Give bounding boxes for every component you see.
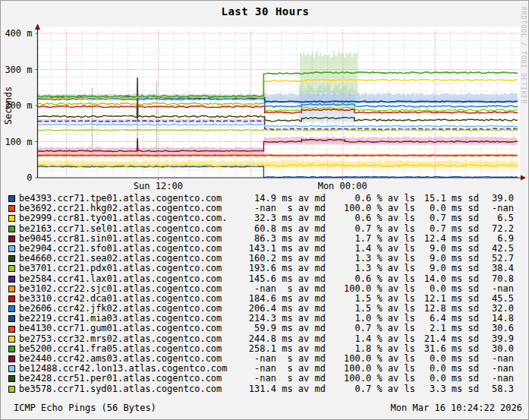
legend-stat: 1.7 % av ls xyxy=(326,234,415,244)
legend-host: be3310.ccr42.dca01.atlas.cogentco.com xyxy=(19,294,228,304)
legend-stat: am xyxy=(514,194,529,204)
legend-stat: am xyxy=(514,234,529,244)
legend-swatch xyxy=(8,365,15,372)
y-tick-label: 300 m xyxy=(5,65,32,75)
legend-swatch xyxy=(8,276,15,283)
legend-stat: 145.6 ms av md xyxy=(228,274,326,284)
legend-stat: 2.1 ms sd xyxy=(415,324,479,333)
legend-swatch xyxy=(8,245,15,252)
legend-stat: 12.4 ms sd xyxy=(415,234,479,244)
legend-host: be2999.ccr81.tyo01.atlas.cogentco.com. xyxy=(19,213,228,223)
legend-swatch xyxy=(8,255,15,262)
legend-stat: 0.7 % av ls xyxy=(326,224,415,234)
legend-host: be2440.ccr42.ams03.atlas.cogentco.com xyxy=(19,354,228,364)
legend-stat: 3.3 ms sd xyxy=(415,384,479,394)
legend-host: be3701.ccr21.pdx01.atlas.cogentco.com xyxy=(19,264,228,273)
legend-host: be3102.ccr22.sjc01.atlas.cogentco.com xyxy=(19,284,228,294)
rtt-plot: 400 m300 m200 m100 m0Sun 12:00Mon 00:00S… xyxy=(1,1,529,192)
legend-host: be4393.ccr71.tpe01.atlas.cogentco.com xyxy=(19,194,228,204)
legend-row: be2584.ccr41.lax01.atlas.cogentco.com145… xyxy=(1,274,529,284)
legend-stat: -nan s av md xyxy=(228,374,326,384)
legend-stat: 6.9 xyxy=(479,234,514,244)
legend-stat: 244.8 ms av md xyxy=(228,334,326,344)
legend-stat: 32.3 ms av md xyxy=(228,213,326,223)
legend-swatch xyxy=(8,355,15,362)
legend-stat: -nan xyxy=(479,374,514,384)
legend-host: be2904.ccr21.sfo01.atlas.cogentco.com xyxy=(19,244,228,254)
legend-host: be3692.ccr21.hkg02.atlas.cogentco.com xyxy=(19,204,228,213)
legend-host: be4130.ccr71.gum01.atlas.cogentco.com xyxy=(19,324,228,333)
legend-swatch xyxy=(8,336,15,343)
legend-stat: 30.6 xyxy=(479,324,514,333)
legend-stat: 59.9 ms av md xyxy=(228,324,326,333)
legend-host: be2606.ccr42.jfk02.atlas.cogentco.com xyxy=(19,304,228,314)
legend-swatch xyxy=(8,286,15,292)
y-tick-label: 400 m xyxy=(5,28,32,39)
legend-swatch xyxy=(8,315,15,322)
legend-stat: 39.9 xyxy=(479,334,514,344)
legend-swatch xyxy=(8,305,15,312)
legend-stat: am xyxy=(514,213,529,223)
legend-stat: 86.3 ms av md xyxy=(228,234,326,244)
legend-stat: am xyxy=(514,264,529,273)
legend-swatch xyxy=(8,215,15,222)
legend-stat: 131.4 ms av md xyxy=(228,384,326,394)
legend-swatch xyxy=(8,346,15,352)
legend-stat: am xyxy=(514,344,529,354)
legend-stat: 0.7 % av ls xyxy=(326,384,415,394)
probe-description: ICMP Echo Pings (56 Bytes) xyxy=(14,403,156,413)
smokeping-graph-window: Last 30 Hours RRDTOOL / TOBI OETIKER 400… xyxy=(0,0,529,420)
legend-swatch xyxy=(8,326,15,333)
legend-stat: 72.2 xyxy=(479,224,514,234)
legend-row: be2753.ccr32.mrs02.atlas.cogentco.com244… xyxy=(1,334,529,344)
legend-stat: am xyxy=(514,374,529,384)
legend-host: be4660.ccr21.sea02.atlas.cogentco.com xyxy=(19,254,228,264)
legend-stat: 0.7 ms sd xyxy=(415,224,479,234)
legend-host: be2428.ccr51.per01.atlas.cogentco.com xyxy=(19,374,228,384)
y-tick-label: 100 m xyxy=(5,137,32,147)
legend-row: be3701.ccr21.pdx01.atlas.cogentco.com193… xyxy=(1,264,529,273)
legend-row: be2999.ccr81.tyo01.atlas.cogentco.com.32… xyxy=(1,213,529,223)
legend-host: be3578.ccr71.syd01.atlas.cogentco.com xyxy=(19,384,228,394)
legend-stat: 0.0 ms sd xyxy=(415,374,479,384)
legend-host: be2219.ccr41.mia03.atlas.cogentco.com xyxy=(19,314,228,324)
legend-host: be2163.ccr71.sel01.atlas.cogentco.com xyxy=(19,224,228,234)
legend-stat: 100.0 % av ls xyxy=(326,374,415,384)
legend-host: be9045.ccr81.sin01.atlas.cogentco.com xyxy=(19,234,228,244)
legend-stat: am xyxy=(514,354,529,364)
series-line xyxy=(38,155,518,156)
legend-host: be12488.ccr42.lon13.atlas.cogentco.com xyxy=(19,364,228,374)
legend-stat: am xyxy=(514,204,529,213)
legend-stat: 0.7 % av ls xyxy=(326,324,415,333)
legend-host: be5200.ccr41.fra05.atlas.cogentco.com xyxy=(19,344,228,354)
legend-stat: 14.0 ms sd xyxy=(415,274,479,284)
legend-stat: 9.0 ms sd xyxy=(415,264,479,273)
legend-swatch xyxy=(8,195,15,202)
x-tick-label: Sun 12:00 xyxy=(134,181,183,191)
legend-stat: 0.7 ms sd xyxy=(415,213,479,223)
legend-host: be2753.ccr32.mrs02.atlas.cogentco.com xyxy=(19,334,228,344)
legend-stat: am xyxy=(514,384,529,394)
legend-swatch xyxy=(8,235,15,242)
legend-swatch xyxy=(8,205,15,212)
legend-swatch xyxy=(8,265,15,272)
legend-stat: am xyxy=(514,364,529,374)
legend-host: be2584.ccr41.lax01.atlas.cogentco.com xyxy=(19,274,228,284)
legend-stat: 1.3 % av ls xyxy=(326,264,415,273)
y-tick-label: 0 xyxy=(27,172,32,183)
graph-timestamp: Mon Mar 16 10:24:22 2026 xyxy=(391,403,522,413)
legend-row: be2163.ccr71.sel01.atlas.cogentco.com60.… xyxy=(1,224,529,234)
x-axis-arrow xyxy=(521,175,526,181)
legend-stat: am xyxy=(514,284,529,294)
legend-stat: am xyxy=(514,294,529,304)
legend-stat: -nan xyxy=(479,284,514,294)
legend-stat: 100.0 % av ls xyxy=(326,284,415,294)
smoke-band xyxy=(265,137,517,146)
legend-row: be2428.ccr51.per01.atlas.cogentco.com-na… xyxy=(1,374,529,384)
legend-row: be9045.ccr81.sin01.atlas.cogentco.com86.… xyxy=(1,234,529,244)
legend-stat: 58.3 xyxy=(479,384,514,394)
legend-stat: 21.4 ms sd xyxy=(415,334,479,344)
legend-stat: am xyxy=(514,254,529,264)
legend-table: be4393.ccr71.tpe01.atlas.cogentco.com14.… xyxy=(1,194,529,394)
legend-stat: 1.4 % av ls xyxy=(326,334,415,344)
